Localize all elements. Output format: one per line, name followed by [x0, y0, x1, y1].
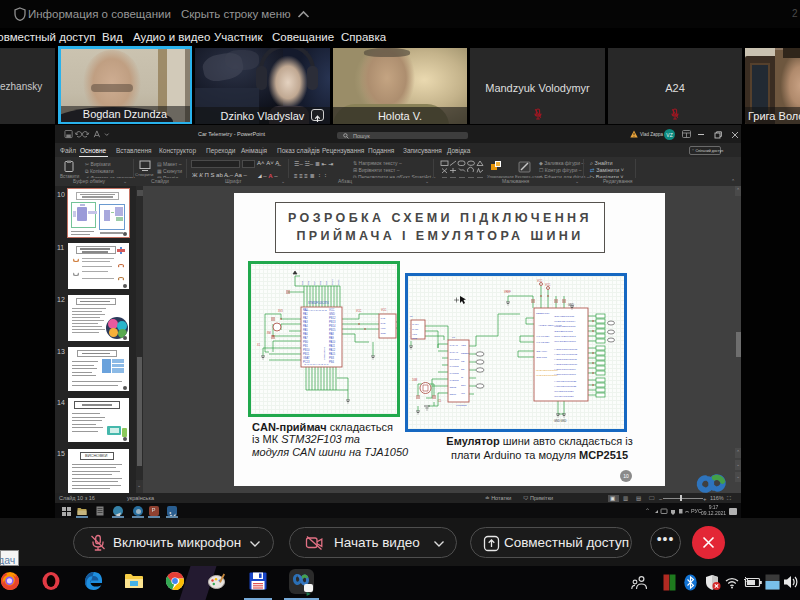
svg-text:OSC2: OSC2	[450, 386, 457, 389]
svg-text:VDD: VDD	[461, 344, 466, 347]
svg-text:(SCK)PB5/PCINT5: (SCK)PB5/PCINT5	[554, 315, 575, 318]
svg-text:PA5: PA5	[303, 328, 308, 332]
svg-text:PB1: PB1	[303, 344, 308, 348]
svg-text:3V3: 3V3	[278, 309, 283, 313]
svg-text:CS: CS	[461, 360, 465, 363]
svg-text:SO: SO	[461, 368, 465, 371]
svg-text:PB8: PB8	[319, 280, 321, 285]
svg-text:PB15: PB15	[329, 328, 336, 332]
svg-text:ATMEGA328P-AU TQ: ATMEGA328P-AU TQ	[538, 324, 562, 327]
svg-text:(ADC4)PC4/PCINT12: (ADC4)PC4/PCINT12	[554, 353, 578, 356]
svg-text:PC15: PC15	[337, 279, 339, 285]
svg-text:VCC: VCC	[412, 333, 417, 336]
svg-text:PA11: PA11	[329, 344, 336, 348]
svg-text:RESET/PC6: RESET/PC6	[536, 312, 550, 315]
svg-text:C5: C5	[438, 399, 442, 403]
svg-text:(AIN1)PD7/PCINT23: (AIN1)PD7/PCINT23	[554, 380, 577, 383]
svg-text:VBAT: VBAT	[303, 356, 310, 360]
svg-text:(T0)PD4/PCINT20: (T0)PD4/PCINT20	[554, 395, 574, 398]
svg-text:PB11: PB11	[303, 352, 310, 356]
svg-text:PB12: PB12	[329, 316, 336, 320]
svg-text:PC14: PC14	[331, 279, 333, 285]
svg-text:(ADC2)PC2/PCINT10: (ADC2)PC2/PCINT10	[554, 363, 578, 366]
svg-text:CLKOUT: CLKOUT	[450, 358, 460, 361]
svg-text:(TXD)PD1/PCINT17: (TXD)PD1/PCINT17	[536, 374, 558, 377]
svg-text:(ADC5)PC5/PCINT13: (ADC5)PC5/PCINT13	[554, 348, 578, 351]
svg-text:TXCAN: TXCAN	[450, 344, 458, 347]
svg-text:RESET: RESET	[461, 352, 470, 355]
svg-text:(XTAL2)PB7: (XTAL2)PB7	[536, 341, 550, 344]
svg-text:PB7: PB7	[313, 280, 315, 285]
svg-text:PA9: PA9	[329, 336, 334, 340]
svg-text:PA1: PA1	[303, 312, 308, 316]
svg-text:(CLKO)PB0/PCINT0: (CLKO)PB0/PCINT0	[554, 340, 576, 343]
svg-text:PB4: PB4	[329, 360, 334, 364]
svg-text:(T1)PD5/PCINT21: (T1)PD5/PCINT21	[554, 390, 574, 393]
svg-text:X1: X1	[257, 343, 261, 347]
svg-text:SI: SI	[461, 376, 464, 379]
svg-text:(SCL)PC5: (SCL)PC5	[536, 356, 548, 359]
svg-text:SCK: SCK	[461, 384, 466, 387]
svg-text:PB9: PB9	[325, 280, 327, 285]
svg-text:GND: GND	[568, 303, 574, 307]
svg-text:STM32F103: STM32F103	[323, 346, 326, 360]
svg-text:INT: INT	[461, 392, 465, 395]
svg-text:CANL: CANL	[412, 328, 419, 331]
svg-text:(RXD)PD0/PCINT16: (RXD)PD0/PCINT16	[536, 369, 558, 372]
svg-text:MCP2515: MCP2515	[456, 404, 467, 407]
svg-text:OSC1: OSC1	[450, 393, 457, 396]
svg-text:(ADC3)PC3/PCINT11: (ADC3)PC3/PCINT11	[554, 358, 578, 361]
svg-text:16M: 16M	[412, 378, 417, 382]
svg-text:TX1RTS: TX1RTS	[450, 372, 460, 375]
svg-text:RXD: RXD	[381, 322, 386, 325]
svg-text:PA10: PA10	[329, 340, 336, 344]
svg-text:PA3: PA3	[303, 320, 308, 324]
svg-text:PA8: PA8	[329, 332, 334, 336]
svg-text:STM32F103C8T6: STM32F103C8T6	[308, 301, 329, 305]
svg-text:GND GND: GND GND	[554, 419, 566, 423]
svg-text:RXCAN: RXCAN	[450, 351, 459, 354]
svg-text:PB10: PB10	[303, 348, 310, 352]
svg-text:PA7: PA7	[303, 336, 308, 340]
svg-text:(OC1A)PB1/PCINT1: (OC1A)PB1/PCINT1	[554, 335, 576, 338]
svg-text:(XTAL1)PB6: (XTAL1)PB6	[536, 335, 550, 338]
svg-text:8M: 8M	[267, 331, 271, 335]
svg-text:TX0RTS: TX0RTS	[450, 365, 460, 368]
svg-text:GND: GND	[329, 312, 335, 316]
svg-text:(MISO)PB4/PCINT4: (MISO)PB4/PCINT4	[554, 320, 576, 323]
svg-text:(AIN0)PD6/PCINT22: (AIN0)PD6/PCINT22	[554, 385, 577, 388]
svg-text:1 2 3 4 5 6 7 8 9 10 11 12: 1 2 3 4 5 6 7 8 9 10 11 12	[304, 309, 328, 311]
svg-text:GND: GND	[381, 332, 387, 335]
svg-text:VCC: VCC	[381, 327, 386, 330]
svg-text:VREF: VREF	[504, 290, 511, 294]
svg-text:48 47 46 45 44 43 42 41 40: 48 47 46 45 44 43 42 41 40	[304, 363, 329, 365]
svg-text:VCC: VCC	[537, 279, 543, 283]
svg-text:PB3: PB3	[329, 356, 334, 360]
svg-text:TXD: TXD	[381, 317, 386, 320]
svg-text:PB14: PB14	[329, 324, 336, 328]
svg-text:PA4: PA4	[303, 324, 308, 328]
svg-text:PB13: PB13	[329, 320, 336, 324]
svg-text:VCC: VCC	[329, 308, 335, 312]
svg-text:GND: GND	[412, 337, 418, 340]
svg-text:J1: J1	[410, 315, 413, 318]
svg-text:CANH: CANH	[412, 323, 419, 326]
svg-text:(SS)PB2/PCINT2: (SS)PB2/PCINT2	[554, 330, 573, 333]
svg-text:(SDA)PC4: (SDA)PC4	[536, 350, 548, 353]
svg-text:PA15: PA15	[329, 352, 336, 356]
svg-text:VCC: VCC	[381, 308, 387, 312]
svg-text:TX2RTS: TX2RTS	[450, 379, 460, 382]
svg-text:VCC: VCC	[356, 309, 362, 313]
svg-text:PA2: PA2	[303, 316, 308, 320]
svg-text:PA6: PA6	[303, 332, 308, 336]
svg-text:PB6: PB6	[307, 280, 309, 285]
svg-text:PB5: PB5	[301, 280, 303, 285]
svg-text:VCC: VCC	[545, 283, 551, 287]
svg-text:U1: U1	[452, 336, 456, 339]
svg-text:PB0: PB0	[303, 340, 308, 344]
svg-text:PA12: PA12	[329, 348, 336, 352]
